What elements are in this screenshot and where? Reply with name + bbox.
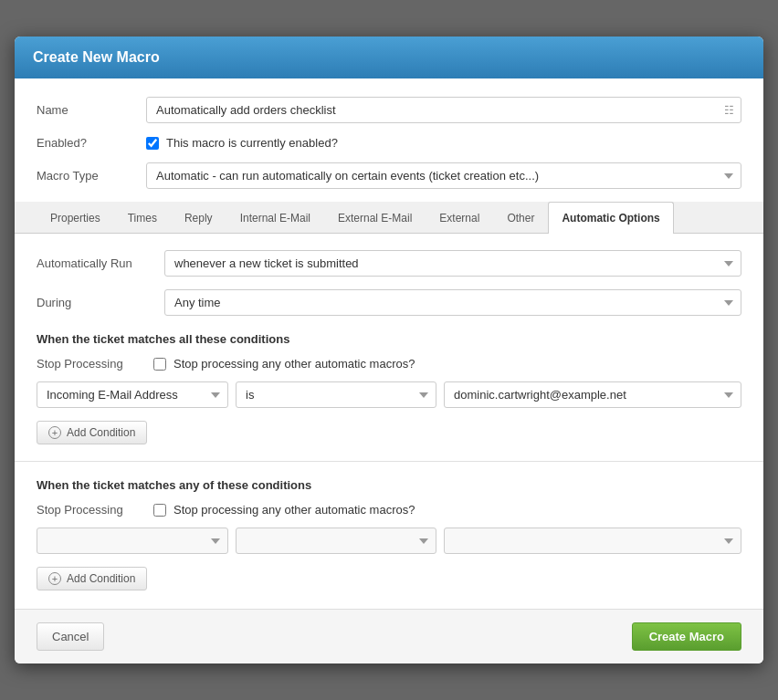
add-condition-all-plus-icon: + xyxy=(48,426,61,439)
condition-any-col2-select[interactable] xyxy=(236,528,436,554)
condition-all-col1-select[interactable]: Incoming E-Mail Address xyxy=(37,381,228,408)
enabled-label: Enabled? xyxy=(37,136,146,150)
auto-run-select[interactable]: whenever a new ticket is submitted xyxy=(164,250,741,277)
during-row: During Any time xyxy=(37,289,741,316)
stop-processing-any-checkbox[interactable] xyxy=(153,504,166,517)
during-select-wrap: Any time xyxy=(164,289,741,316)
condition-any-col2-wrap xyxy=(236,528,436,554)
stop-processing-any-label: Stop Processing xyxy=(37,503,146,517)
tab-external-email[interactable]: External E-Mail xyxy=(324,202,426,234)
add-condition-any-label: Add Condition xyxy=(67,572,135,585)
modal-body: Name ☷ Enabled? This macro is currently … xyxy=(15,78,763,609)
tab-other[interactable]: Other xyxy=(493,202,548,234)
conditions-any-section: When the ticket matches any of these con… xyxy=(37,478,741,590)
tab-properties[interactable]: Properties xyxy=(37,202,114,234)
tab-reply[interactable]: Reply xyxy=(171,202,226,234)
auto-run-row: Automatically Run whenever a new ticket … xyxy=(37,250,741,277)
create-macro-button[interactable]: Create Macro xyxy=(632,622,741,651)
stop-processing-any-row: Stop Processing Stop processing any othe… xyxy=(37,503,741,517)
stop-processing-all-row: Stop Processing Stop processing any othe… xyxy=(37,357,741,371)
tabs-bar: Properties Times Reply Internal E-Mail E… xyxy=(15,202,763,234)
conditions-all-title: When the ticket matches all these condit… xyxy=(37,332,741,346)
during-select[interactable]: Any time xyxy=(164,289,741,316)
name-input[interactable] xyxy=(146,97,741,123)
enabled-checkbox[interactable] xyxy=(146,137,159,150)
macro-type-select-wrap: Automatic - can run automatically on cer… xyxy=(146,162,741,189)
name-icon: ☷ xyxy=(724,104,734,117)
during-label: During xyxy=(37,296,164,309)
condition-all-col2-wrap: is xyxy=(236,381,436,408)
macro-type-label: Macro Type xyxy=(37,169,146,183)
conditions-any-title: When the ticket matches any of these con… xyxy=(37,478,741,492)
add-condition-any-button[interactable]: + Add Condition xyxy=(37,567,147,590)
condition-all-col3-wrap: dominic.cartwright@example.net xyxy=(444,381,741,408)
condition-all-col1-wrap: Incoming E-Mail Address xyxy=(37,381,228,408)
tab-times[interactable]: Times xyxy=(114,202,171,234)
name-field-wrap: ☷ xyxy=(146,97,741,123)
stop-processing-all-text: Stop processing any other automatic macr… xyxy=(173,357,415,371)
enabled-checkbox-wrap: This macro is currently enabled? xyxy=(146,136,338,150)
condition-any-col3-select[interactable] xyxy=(444,528,741,554)
macro-type-select[interactable]: Automatic - can run automatically on cer… xyxy=(146,162,741,189)
enabled-text: This macro is currently enabled? xyxy=(166,136,338,150)
tab-external[interactable]: External xyxy=(426,202,493,234)
name-label: Name xyxy=(37,103,146,117)
tab-internal-email[interactable]: Internal E-Mail xyxy=(226,202,324,234)
tab-automatic-options[interactable]: Automatic Options xyxy=(548,202,673,234)
add-condition-all-label: Add Condition xyxy=(67,426,135,439)
name-row: Name ☷ xyxy=(37,97,741,123)
auto-run-label: Automatically Run xyxy=(37,256,164,270)
modal-title: Create New Macro xyxy=(33,49,160,65)
condition-any-col3-wrap xyxy=(444,528,741,554)
cancel-button[interactable]: Cancel xyxy=(37,622,104,651)
auto-run-select-wrap: whenever a new ticket is submitted xyxy=(164,250,741,277)
conditions-all-section: When the ticket matches all these condit… xyxy=(37,332,741,444)
condition-all-col2-select[interactable]: is xyxy=(236,381,436,408)
stop-processing-all-label: Stop Processing xyxy=(37,357,146,371)
add-condition-all-button[interactable]: + Add Condition xyxy=(37,421,147,444)
automatic-options-content: Automatically Run whenever a new ticket … xyxy=(37,234,741,590)
stop-processing-all-checkbox[interactable] xyxy=(153,358,166,371)
create-macro-modal: Create New Macro Name ☷ Enabled? This ma… xyxy=(15,37,763,663)
add-condition-any-plus-icon: + xyxy=(48,572,61,585)
modal-footer: Cancel Create Macro xyxy=(15,609,763,663)
enabled-row: Enabled? This macro is currently enabled… xyxy=(37,136,741,150)
condition-any-col1-select[interactable] xyxy=(37,528,228,554)
condition-all-row-1: Incoming E-Mail Address is dominic.cartw… xyxy=(37,381,741,408)
modal-header: Create New Macro xyxy=(15,37,763,78)
condition-any-col1-wrap xyxy=(37,528,228,554)
condition-all-col3-select[interactable]: dominic.cartwright@example.net xyxy=(444,381,741,408)
macro-type-row: Macro Type Automatic - can run automatic… xyxy=(37,162,741,189)
condition-any-row-1 xyxy=(37,528,741,554)
stop-processing-any-text: Stop processing any other automatic macr… xyxy=(173,503,415,517)
conditions-divider xyxy=(15,461,763,462)
